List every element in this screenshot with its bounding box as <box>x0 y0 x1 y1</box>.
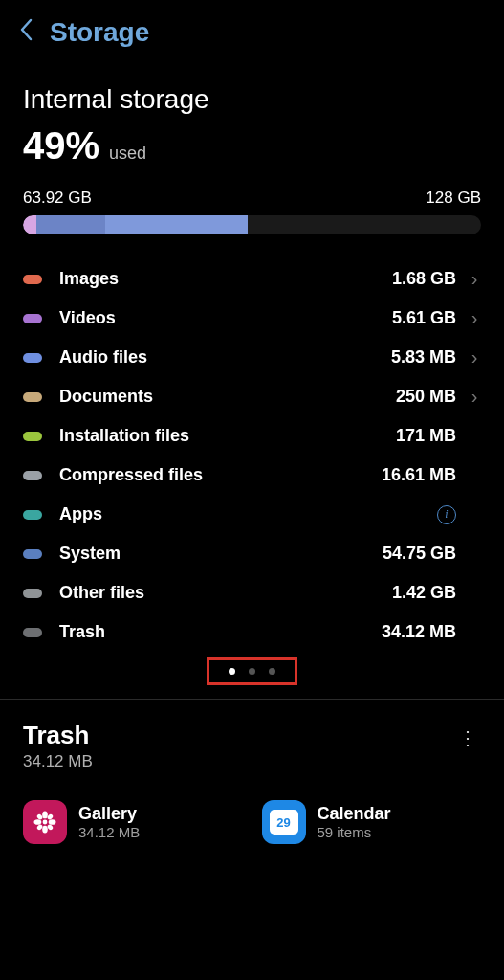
category-row[interactable]: Documents250 MB› <box>23 377 481 416</box>
category-swatch <box>23 353 42 363</box>
category-row: Other files1.42 GB› <box>23 573 481 612</box>
calendar-icon: 29 <box>262 800 306 844</box>
chevron-right-icon: › <box>468 386 481 408</box>
category-swatch <box>23 549 42 559</box>
category-label: Images <box>59 269 392 289</box>
category-swatch <box>23 432 42 441</box>
trash-item-label: Calendar <box>318 804 391 824</box>
header: Storage <box>0 0 504 57</box>
category-row[interactable]: Videos5.61 GB› <box>23 299 481 338</box>
percent-label: used <box>109 144 146 164</box>
category-value: 1.68 GB <box>392 269 456 289</box>
category-row: Trash34.12 MB› <box>23 612 481 652</box>
trash-item-sub: 59 items <box>318 824 391 840</box>
category-row[interactable]: Appsi› <box>23 495 481 534</box>
percent-value: 49% <box>23 124 99 167</box>
category-value: 5.61 GB <box>392 308 456 328</box>
category-value: 5.83 MB <box>391 347 456 368</box>
category-label: Documents <box>59 387 396 407</box>
category-label: Trash <box>59 622 382 642</box>
pager-dot[interactable] <box>269 668 275 675</box>
chevron-right-icon: › <box>468 346 481 368</box>
category-swatch <box>23 628 42 637</box>
category-label: System <box>59 544 383 564</box>
trash-subtitle: 34.12 MB <box>23 752 93 771</box>
trash-item[interactable]: 29Calendar59 items <box>262 800 482 844</box>
trash-title: Trash <box>23 721 93 750</box>
category-label: Audio files <box>59 347 391 368</box>
category-value: 250 MB <box>396 387 456 407</box>
category-value: 1.42 GB <box>392 583 456 603</box>
svg-point-3 <box>34 819 42 825</box>
category-label: Videos <box>59 308 392 328</box>
pager-highlight-box[interactable] <box>207 657 297 685</box>
svg-point-0 <box>43 820 48 825</box>
total-size: 128 GB <box>426 189 481 208</box>
svg-point-4 <box>49 819 56 825</box>
pager-dot[interactable] <box>249 668 255 675</box>
overview-section: Internal storage 49% used 63.92 GB 128 G… <box>0 57 504 685</box>
calendar-day: 29 <box>270 810 298 835</box>
chevron-right-icon: › <box>468 268 481 290</box>
category-row: Installation files171 MB› <box>23 416 481 456</box>
usage-segment <box>36 215 105 234</box>
page-title: Storage <box>50 17 149 48</box>
category-label: Installation files <box>59 426 396 446</box>
category-swatch <box>23 471 42 480</box>
trash-item-sub: 34.12 MB <box>78 824 140 840</box>
category-row: System54.75 GB› <box>23 534 481 573</box>
usage-segment <box>23 215 36 234</box>
trash-item[interactable]: Gallery34.12 MB <box>23 800 243 844</box>
category-swatch <box>23 275 42 284</box>
svg-point-2 <box>42 826 48 834</box>
back-icon[interactable] <box>19 18 33 48</box>
svg-point-1 <box>42 812 48 819</box>
info-icon[interactable]: i <box>437 505 456 524</box>
category-swatch <box>23 510 42 520</box>
category-value: 34.12 MB <box>382 622 456 642</box>
category-swatch <box>23 392 42 402</box>
bar-labels: 63.92 GB 128 GB <box>23 189 481 208</box>
trash-section: Trash 34.12 MB ⋮ Gallery34.12 MB29Calend… <box>0 700 504 844</box>
category-row[interactable]: Images1.68 GB› <box>23 259 481 299</box>
category-value: 54.75 GB <box>383 544 456 564</box>
gallery-icon <box>23 800 67 844</box>
usage-bar <box>23 215 481 234</box>
category-value: 171 MB <box>396 426 456 446</box>
category-swatch <box>23 589 42 598</box>
chevron-right-icon: › <box>468 307 481 329</box>
category-label: Apps <box>59 504 437 524</box>
overview-title: Internal storage <box>23 84 481 115</box>
category-row[interactable]: Audio files5.83 MB› <box>23 338 481 377</box>
usage-percent: 49% used <box>23 124 481 167</box>
category-row: Compressed files16.61 MB› <box>23 456 481 495</box>
category-list: Images1.68 GB›Videos5.61 GB›Audio files5… <box>23 259 481 652</box>
pager-dot[interactable] <box>229 668 235 675</box>
trash-item-label: Gallery <box>78 804 140 824</box>
used-size: 63.92 GB <box>23 189 92 208</box>
trash-items: Gallery34.12 MB29Calendar59 items <box>23 800 481 844</box>
category-label: Other files <box>59 583 392 603</box>
category-label: Compressed files <box>59 465 382 485</box>
pager <box>23 657 481 685</box>
category-value: 16.61 MB <box>382 465 456 485</box>
category-swatch <box>23 314 42 323</box>
usage-segment <box>105 215 247 234</box>
more-icon[interactable]: ⋮ <box>454 721 481 755</box>
